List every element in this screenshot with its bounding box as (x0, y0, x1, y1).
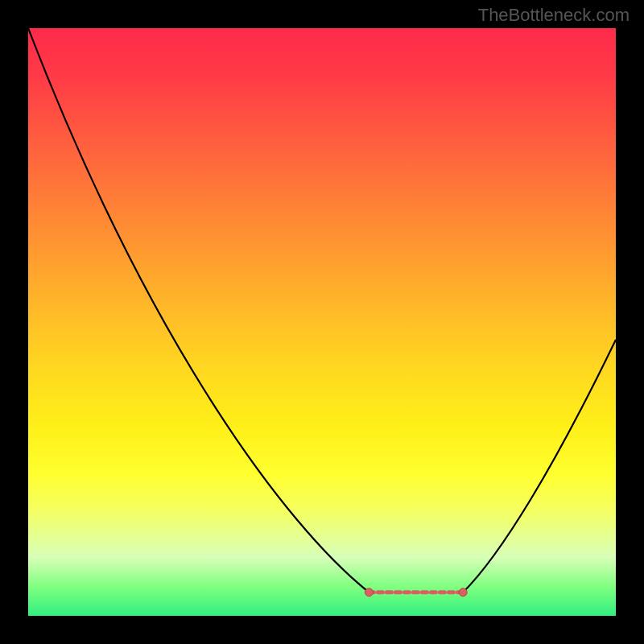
marker-left (365, 588, 373, 597)
curve-right-slope (463, 340, 616, 592)
curve-left-slope (28, 28, 369, 592)
marker-right (459, 588, 467, 597)
chart-svg (28, 28, 616, 616)
chart-plot-area (28, 28, 616, 616)
watermark-text: TheBottleneck.com (478, 5, 630, 26)
